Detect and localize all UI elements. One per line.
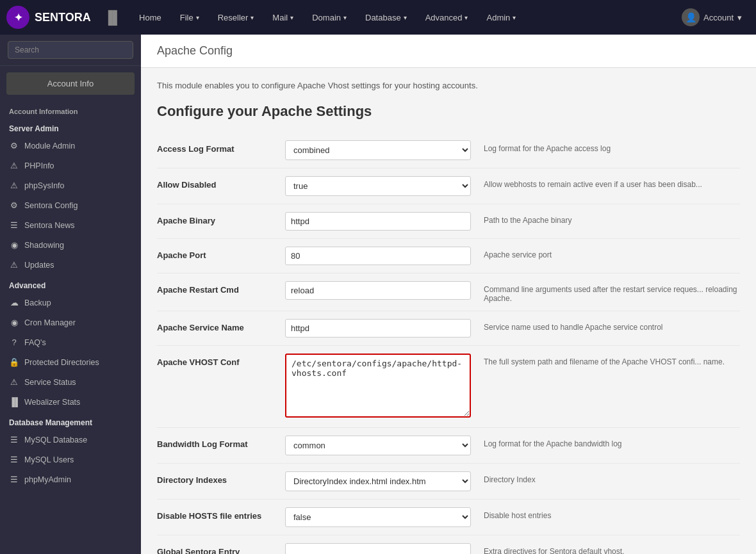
sidebar-item-shadowing[interactable]: ◉ Shadowing (0, 235, 141, 255)
sidebar-item-label: FAQ's (24, 338, 46, 347)
warning-icon: ⚠ (9, 181, 19, 190)
sidebar-item-phpsysinfo[interactable]: ⚠ phpSysInfo (0, 175, 141, 195)
sidebar-item-mysql-database[interactable]: ☰ MySQL Database (0, 430, 141, 450)
sidebar-item-phpinfo[interactable]: ⚠ PHPInfo (0, 156, 141, 175)
content-body: This module enables you to configure Apa… (141, 68, 756, 554)
top-navigation: ✦ SENTORA ▐▌ Home File ▾ Reseller ▾ Mail… (0, 0, 756, 35)
apache-port-input[interactable] (285, 247, 471, 265)
chart-icon: ▐▌ (9, 397, 19, 407)
nav-mail[interactable]: Mail ▾ (265, 8, 301, 28)
chevron-down-icon: ▾ (404, 14, 407, 21)
chevron-down-icon: ▾ (251, 14, 254, 21)
phpmyadmin-icon: ☰ (9, 475, 19, 484)
nav-database[interactable]: Database ▾ (357, 8, 415, 28)
nav-admin[interactable]: Admin ▾ (479, 8, 523, 28)
setting-apache-port: Apache Port Apache service port (157, 239, 740, 273)
setting-input (285, 247, 477, 265)
chevron-down-icon: ▾ (290, 14, 293, 21)
setting-description: The full system path and filename of the… (477, 354, 740, 366)
page-header: Apache Config (141, 35, 756, 68)
sidebar-item-updates[interactable]: ⚠ Updates (0, 255, 141, 275)
nav-advanced[interactable]: Advanced ▾ (418, 8, 476, 28)
allow-disabled-select[interactable]: true false (285, 176, 471, 196)
setting-apache-vhost-conf: Apache VHOST Conf /etc/sentora/configs/a… (157, 346, 740, 428)
nav-file[interactable]: File ▾ (172, 8, 207, 28)
global-sentora-entry-input[interactable] (285, 543, 471, 554)
sidebar-item-webalizer-stats[interactable]: ▐▌ Webalizer Stats (0, 392, 141, 412)
nav-home[interactable]: Home (131, 8, 169, 28)
setting-label: Apache VHOST Conf (157, 354, 285, 367)
sidebar-section-server-admin-title: Server Admin (0, 118, 141, 136)
sidebar-item-label: Cron Manager (24, 318, 76, 327)
sidebar-item-label: Sentora News (24, 221, 75, 230)
setting-label: Apache Port (157, 247, 285, 260)
setting-label: Global Sentora Entry (157, 543, 285, 554)
sidebar-item-protected-directories[interactable]: 🔒 Protected Directories (0, 352, 141, 372)
setting-input: false true (285, 507, 477, 527)
sidebar-item-backup[interactable]: ☁ Backup (0, 293, 141, 313)
lock-icon: 🔒 (9, 357, 19, 367)
setting-input: DirectoryIndex index.html index.htm (285, 471, 477, 491)
setting-input: combined common custom (285, 140, 477, 160)
setting-label: Directory Indexes (157, 471, 285, 485)
sidebar-item-label: Module Admin (24, 142, 75, 151)
sidebar-item-service-status[interactable]: ⚠ Service Status (0, 372, 141, 392)
sidebar-item-sentora-news[interactable]: ☰ Sentora News (0, 215, 141, 235)
apache-service-name-input[interactable] (285, 319, 471, 338)
access-log-format-select[interactable]: combined common custom (285, 140, 471, 160)
sidebar-item-label: Service Status (24, 378, 76, 387)
sidebar-item-label: MySQL Users (24, 455, 74, 464)
chevron-down-icon: ▾ (737, 13, 742, 22)
setting-input (285, 319, 477, 338)
setting-access-log-format: Access Log Format combined common custom… (157, 133, 740, 168)
setting-label: Allow Disabled (157, 176, 285, 190)
setting-disable-hosts: Disable HOSTS file entries false true Di… (157, 500, 740, 535)
avatar: 👤 (682, 8, 700, 26)
sidebar-item-label: MySQL Database (24, 436, 87, 444)
sidebar-item-label: Protected Directories (24, 358, 99, 367)
setting-label: Disable HOSTS file entries (157, 507, 285, 521)
chevron-down-icon: ▾ (343, 14, 347, 21)
sidebar-item-sentora-config[interactable]: ⚙ Sentora Config (0, 195, 141, 215)
page-title: Apache Config (157, 44, 233, 57)
setting-global-sentora-entry: Global Sentora Entry Extra directives fo… (157, 535, 740, 554)
main-content: Apache Config This module enables you to… (141, 35, 756, 554)
cloud-icon: ☁ (9, 298, 19, 307)
sidebar-item-label: Updates (24, 261, 54, 270)
apache-restart-cmd-input[interactable] (285, 281, 471, 300)
sidebar-search-area (0, 35, 141, 66)
sidebar-item-module-admin[interactable]: ⚙ Module Admin (0, 136, 141, 156)
clock-icon: ◉ (9, 318, 19, 327)
search-input[interactable] (8, 41, 133, 59)
disable-hosts-select[interactable]: false true (285, 507, 471, 527)
setting-description: Command line arguments used after the re… (477, 281, 740, 303)
account-info-button[interactable]: Account Info (6, 72, 135, 95)
setting-input: true false (285, 176, 477, 196)
sidebar-item-mysql-users[interactable]: ☰ MySQL Users (0, 450, 141, 469)
nav-reseller[interactable]: Reseller ▾ (210, 8, 262, 28)
setting-apache-service-name: Apache Service Name Service name used to… (157, 311, 740, 346)
setting-apache-restart-cmd: Apache Restart Cmd Command line argument… (157, 273, 740, 311)
bandwidth-log-format-select[interactable]: common combined custom (285, 436, 471, 455)
sidebar-section-advanced-title: Advanced (0, 275, 141, 293)
setting-input (285, 543, 477, 554)
sidebar-section-database-title: Database Management (0, 412, 141, 430)
chevron-down-icon: ▾ (464, 14, 468, 21)
apache-vhost-conf-textarea[interactable]: /etc/sentora/configs/apache/httpd-vhosts… (285, 354, 471, 418)
stats-icon: ▐▌ (104, 10, 122, 25)
setting-input (285, 212, 477, 231)
nav-account[interactable]: 👤 Account ▾ (674, 3, 750, 31)
directory-indexes-select[interactable]: DirectoryIndex index.html index.htm (285, 471, 471, 491)
logo[interactable]: ✦ SENTORA (6, 6, 91, 29)
setting-description: Apache service port (477, 247, 740, 259)
setting-label: Apache Restart Cmd (157, 281, 285, 295)
sidebar-item-faqs[interactable]: ? FAQ's (0, 332, 141, 352)
nav-domain[interactable]: Domain ▾ (304, 8, 354, 28)
apache-binary-input[interactable] (285, 212, 471, 231)
sidebar-item-label: Webalizer Stats (24, 398, 80, 407)
setting-allow-disabled: Allow Disabled true false Allow webhosts… (157, 168, 740, 204)
setting-input (285, 281, 477, 300)
users-icon: ☰ (9, 455, 19, 464)
sidebar-item-phpmyadmin[interactable]: ☰ phpMyAdmin (0, 469, 141, 489)
sidebar-item-cron-manager[interactable]: ◉ Cron Manager (0, 313, 141, 332)
